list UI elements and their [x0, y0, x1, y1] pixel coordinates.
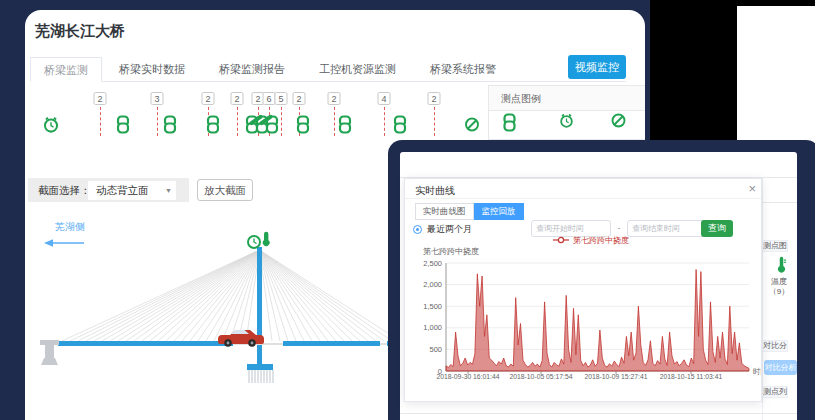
sensor-dash-line [334, 107, 335, 136]
side-panel-legend-header: 测点图例 [762, 240, 788, 252]
svg-text:2018-09-30 16:01:44: 2018-09-30 16:01:44 [436, 373, 499, 380]
legend-panel-title: 测点图例 [489, 86, 645, 111]
dialog-tab-bar: 实时曲线图监控回放 [415, 203, 524, 221]
disabled-sensor-icon[interactable] [465, 117, 480, 136]
bridge-tower [257, 247, 262, 365]
desktop: 芜湖长江大桥 桥梁监测桥梁实时数据桥梁监测报告工控机资源监测桥梁系统报警 视频监… [0, 0, 815, 420]
sensor-count-badge: 2 [94, 92, 107, 105]
svg-text:2,500: 2,500 [423, 259, 442, 268]
compare-analysis-button[interactable]: 对比分析 [764, 360, 797, 375]
svg-text:2018-10-15 11:03:41: 2018-10-15 11:03:41 [660, 373, 723, 380]
sensor-count-badge: 5 [275, 92, 288, 105]
svg-text:500: 500 [429, 345, 442, 354]
sensor-count-badge: 2 [231, 92, 244, 105]
chart-legend: 第七跨跨中挠度 [553, 236, 629, 245]
modal-window: 测点图例 温度 （9） 对比分析 对比分析 测点列表 实时曲线 × 实时曲线图监… [388, 140, 815, 420]
dialog-tab-1[interactable]: 监控回放 [474, 203, 524, 220]
legend-panel-icons [489, 111, 645, 140]
section-select-dropdown[interactable]: 动态背立面 [88, 181, 176, 200]
chevron-down-icon[interactable]: ▼ [165, 181, 172, 200]
chain-sensor-icon[interactable] [164, 115, 177, 138]
sensor-dash-line [434, 107, 435, 136]
realtime-curve-dialog: 实时曲线 × 实时曲线图监控回放 最近两个月 - 查询 第七跨跨中挠度 第七跨跨… [404, 178, 762, 402]
svg-text:2,000: 2,000 [423, 280, 442, 289]
chain-sensor-icon[interactable] [117, 115, 130, 138]
tower-top-sensors [225, 232, 270, 248]
thermometer-icon[interactable] [776, 256, 787, 278]
sensor-count-badge: 3 [151, 92, 164, 105]
disabled-sensor-icon[interactable] [611, 113, 626, 132]
chain-sensor-icon[interactable] [339, 115, 352, 138]
svg-text:1,500: 1,500 [423, 302, 442, 311]
close-icon[interactable]: × [748, 182, 756, 195]
sensor-count-badge: 2 [428, 92, 441, 105]
sensor-dash-line [100, 107, 101, 136]
enlarge-section-button[interactable]: 放大截面 [197, 179, 253, 201]
deflection-chart[interactable]: 第七跨跨中挠度 第七跨跨中挠度 2,5002,0001,5001,0005000… [405, 233, 761, 385]
sensor-dash-line [384, 107, 385, 136]
bridge-pier [40, 340, 59, 365]
background-window-edge [737, 6, 815, 148]
svg-text:2018-10-09 15:27:41: 2018-10-09 15:27:41 [584, 373, 647, 380]
chart-series-title: 第七跨跨中挠度 [423, 247, 479, 256]
sensor-dash-line [237, 107, 238, 136]
sensor-count-badge: 2 [202, 92, 215, 105]
clock-sensor-icon[interactable] [559, 113, 574, 132]
bridge-side-label: 芜湖侧 [54, 221, 85, 232]
side-panel-divider [762, 178, 763, 420]
sensor-count-badge: 2 [293, 92, 306, 105]
dialog-header-divider [405, 198, 761, 199]
x-axis-label: 时间 [753, 367, 761, 376]
chain-sensor-icon[interactable] [207, 115, 220, 138]
side-panel-list-header: 测点列表 [762, 386, 788, 398]
sensor-count-badge: 4 [378, 92, 391, 105]
bridge-deck [58, 341, 233, 346]
dialog-title: 实时曲线 [415, 184, 455, 198]
dialog-tab-0[interactable]: 实时曲线图 [415, 203, 474, 220]
bridge-schematic: 芜湖侧 [28, 212, 390, 412]
chain-sensor-icon[interactable] [503, 113, 516, 136]
sensor-count-label: （9） [764, 286, 794, 297]
section-select-label: 截面选择： [38, 184, 91, 196]
svg-text:2018-10-05 05:17:54: 2018-10-05 05:17:54 [509, 373, 572, 380]
chain-sensor-icon[interactable] [297, 115, 310, 138]
tower-foundation [247, 364, 273, 370]
clock-sensor-icon[interactable] [43, 116, 60, 137]
chain-sensor-icon[interactable] [394, 115, 407, 138]
sensor-dash-line [281, 107, 282, 136]
page-divider [400, 413, 797, 414]
svg-text:1,000: 1,000 [423, 323, 442, 332]
sensor-dash-line [157, 107, 158, 136]
legend-panel: 测点图例 [488, 85, 645, 140]
side-panel-compare-header: 对比分析 [762, 340, 788, 352]
side-panel-divider [762, 202, 797, 203]
sensor-count-badge: 2 [328, 92, 341, 105]
svg-text:第七跨跨中挠度: 第七跨跨中挠度 [573, 236, 629, 245]
